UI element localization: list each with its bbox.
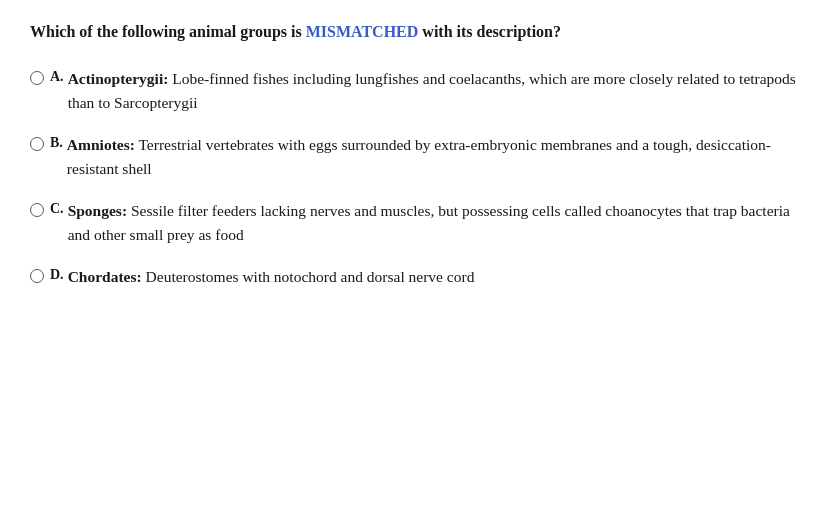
option-d-label: D. xyxy=(50,265,64,283)
question-prefix: Which of the following animal groups is xyxy=(30,23,306,40)
option-b-description: Terrestrial vertebrates with eggs surrou… xyxy=(67,136,771,177)
radio-a[interactable] xyxy=(30,67,44,85)
option-c-term: Sponges: xyxy=(68,202,127,219)
option-c-label: C. xyxy=(50,199,64,217)
option-d[interactable]: D. Chordates: Deuterostomes with notocho… xyxy=(30,265,799,289)
option-d-term: Chordates: xyxy=(68,268,142,285)
option-d-content: Chordates: Deuterostomes with notochord … xyxy=(68,265,475,289)
question-highlight: MISMATCHED xyxy=(306,23,419,40)
option-a-label: A. xyxy=(50,67,64,85)
radio-circle-a xyxy=(30,71,44,85)
radio-c[interactable] xyxy=(30,199,44,217)
option-b[interactable]: B. Amniotes: Terrestrial vertebrates wit… xyxy=(30,133,799,181)
radio-circle-d xyxy=(30,269,44,283)
radio-circle-c xyxy=(30,203,44,217)
option-a-term: Actinopterygii: xyxy=(68,70,169,87)
option-b-inner: B. Amniotes: Terrestrial vertebrates wit… xyxy=(50,133,799,181)
option-a-inner: A. Actinopterygii: Lobe-finned fishes in… xyxy=(50,67,799,115)
question-container: Which of the following animal groups is … xyxy=(30,20,799,289)
option-d-description: Deuterostomes with notochord and dorsal … xyxy=(142,268,475,285)
option-c-description: Sessile filter feeders lacking nerves an… xyxy=(68,202,790,243)
option-c-inner: C. Sponges: Sessile filter feeders lacki… xyxy=(50,199,799,247)
question-suffix: with its description? xyxy=(418,23,561,40)
option-b-label: B. xyxy=(50,133,63,151)
options-list: A. Actinopterygii: Lobe-finned fishes in… xyxy=(30,67,799,289)
option-b-term: Amniotes: xyxy=(67,136,135,153)
option-d-inner: D. Chordates: Deuterostomes with notocho… xyxy=(50,265,474,289)
option-c[interactable]: C. Sponges: Sessile filter feeders lacki… xyxy=(30,199,799,247)
option-a-content: Actinopterygii: Lobe-finned fishes inclu… xyxy=(68,67,799,115)
option-a-description: Lobe-finned fishes including lungfishes … xyxy=(68,70,796,111)
radio-b[interactable] xyxy=(30,133,44,151)
option-b-content: Amniotes: Terrestrial vertebrates with e… xyxy=(67,133,799,181)
option-a[interactable]: A. Actinopterygii: Lobe-finned fishes in… xyxy=(30,67,799,115)
radio-circle-b xyxy=(30,137,44,151)
option-c-content: Sponges: Sessile filter feeders lacking … xyxy=(68,199,799,247)
question-text: Which of the following animal groups is … xyxy=(30,20,799,45)
radio-d[interactable] xyxy=(30,265,44,283)
